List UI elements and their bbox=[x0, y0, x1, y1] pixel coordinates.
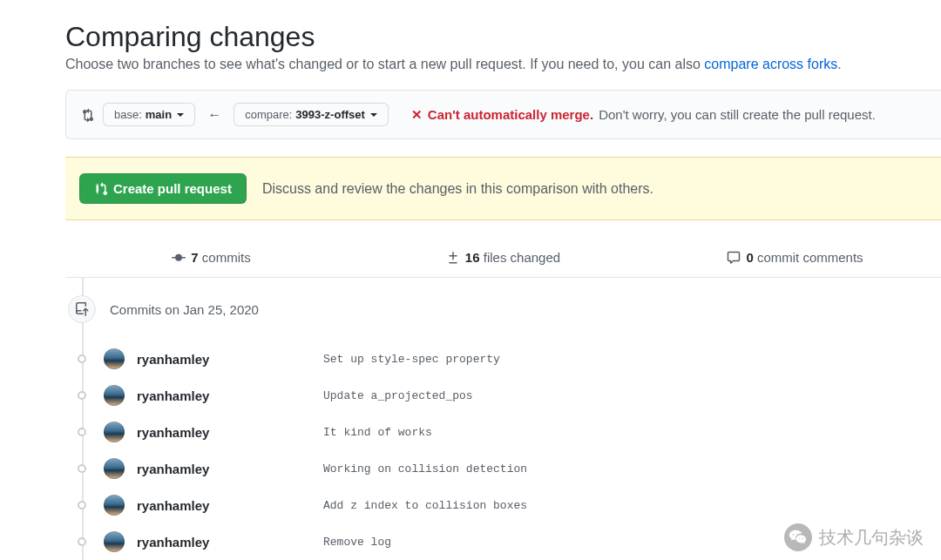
avatar[interactable] bbox=[104, 458, 125, 479]
arrow-left-icon: ← bbox=[204, 107, 225, 123]
wechat-icon bbox=[784, 523, 812, 551]
commit-message[interactable]: Set up style-spec property bbox=[323, 353, 500, 366]
commit-dot-icon bbox=[78, 501, 86, 509]
watermark: 技术几句杂谈 bbox=[784, 523, 924, 551]
page-subtitle: Choose two branches to see what's change… bbox=[65, 57, 941, 72]
commit-row[interactable]: ryanhamley Add z index to collision boxe… bbox=[83, 487, 941, 523]
commit-author[interactable]: ryanhamley bbox=[137, 352, 311, 367]
commit-message[interactable]: It kind of works bbox=[323, 426, 432, 439]
commit-row[interactable]: ryanhamley Update a_projected_pos bbox=[83, 377, 941, 414]
merge-cant-text: Can't automatically merge. bbox=[428, 107, 593, 122]
page-title: Comparing changes bbox=[65, 21, 941, 53]
avatar[interactable] bbox=[104, 531, 125, 552]
commit-author[interactable]: ryanhamley bbox=[137, 462, 311, 476]
avatar[interactable] bbox=[104, 422, 125, 442]
diff-icon bbox=[446, 251, 460, 265]
stat-comments[interactable]: 0 commit comments bbox=[649, 238, 941, 277]
commit-message[interactable]: Update a_projected_pos bbox=[323, 389, 473, 402]
compare-bar: base: main ← compare: 3993-z-offset ✕ Ca… bbox=[65, 90, 941, 139]
x-icon: ✕ bbox=[411, 107, 423, 123]
commits-count: 7 bbox=[191, 250, 198, 265]
commit-icon bbox=[172, 251, 186, 265]
repo-push-icon bbox=[75, 302, 89, 316]
base-branch-select[interactable]: base: main bbox=[103, 103, 195, 126]
stat-files[interactable]: 16 files changed bbox=[357, 238, 649, 277]
stat-commits[interactable]: 7 commits bbox=[65, 238, 357, 277]
commit-message[interactable]: Remove log bbox=[323, 536, 391, 549]
pr-description: Discuss and review the changes in this c… bbox=[262, 181, 653, 197]
files-count: 16 bbox=[465, 250, 480, 265]
subtitle-text: Choose two branches to see what's change… bbox=[65, 57, 704, 71]
avatar[interactable] bbox=[104, 385, 125, 406]
stats-bar: 7 commits 16 files changed 0 commit comm… bbox=[65, 238, 941, 278]
commit-dot-icon bbox=[78, 464, 86, 473]
commit-author[interactable]: ryanhamley bbox=[137, 425, 311, 440]
commit-row[interactable]: ryanhamley Set up style-spec property bbox=[83, 341, 941, 377]
compare-forks-link[interactable]: compare across forks bbox=[704, 57, 837, 71]
base-value: main bbox=[146, 108, 172, 121]
create-pr-label: Create pull request bbox=[113, 181, 232, 196]
subtitle-post: . bbox=[837, 57, 841, 71]
commit-row[interactable]: ryanhamley It kind of works bbox=[83, 414, 941, 450]
git-compare-icon bbox=[80, 108, 94, 122]
commit-author[interactable]: ryanhamley bbox=[137, 388, 311, 403]
commit-author[interactable]: ryanhamley bbox=[137, 535, 311, 550]
watermark-text: 技术几句杂谈 bbox=[819, 526, 924, 550]
commit-author[interactable]: ryanhamley bbox=[137, 498, 311, 513]
base-label: base: bbox=[114, 108, 142, 121]
commit-timeline: Commits on Jan 25, 2020 ryanhamley Set u… bbox=[65, 295, 941, 560]
commit-dot-icon bbox=[78, 354, 86, 363]
git-pull-request-icon bbox=[94, 182, 108, 196]
comments-count: 0 bbox=[746, 250, 753, 265]
commit-message[interactable]: Working on collision detection bbox=[323, 462, 527, 476]
avatar[interactable] bbox=[104, 495, 125, 516]
commit-dot-icon bbox=[78, 428, 86, 436]
chevron-down-icon bbox=[370, 113, 377, 117]
commit-dot-icon bbox=[78, 537, 86, 546]
commit-row[interactable]: ryanhamley Working on collision detectio… bbox=[83, 450, 941, 487]
merge-rest-text: Don't worry, you can still create the pu… bbox=[599, 107, 876, 122]
repo-push-icon-wrap bbox=[68, 295, 96, 323]
create-pull-request-button[interactable]: Create pull request bbox=[79, 173, 247, 204]
merge-status: ✕ Can't automatically merge. Don't worry… bbox=[411, 107, 876, 123]
commit-message[interactable]: Add z index to collision boxes bbox=[323, 499, 527, 512]
compare-branch-select[interactable]: compare: 3993-z-offset bbox=[234, 103, 389, 126]
create-pr-bar: Create pull request Discuss and review t… bbox=[65, 157, 941, 220]
commits-label: commits bbox=[199, 250, 251, 265]
files-label: files changed bbox=[480, 250, 561, 265]
compare-value: 3993-z-offset bbox=[295, 108, 364, 121]
comment-icon bbox=[727, 251, 741, 265]
comments-label: commit comments bbox=[754, 250, 863, 265]
commit-date: Commits on Jan 25, 2020 bbox=[110, 302, 259, 317]
chevron-down-icon bbox=[177, 113, 184, 117]
compare-label: compare: bbox=[245, 108, 292, 121]
avatar[interactable] bbox=[104, 348, 125, 369]
commit-dot-icon bbox=[78, 391, 86, 400]
commit-group-header: Commits on Jan 25, 2020 bbox=[65, 295, 941, 323]
